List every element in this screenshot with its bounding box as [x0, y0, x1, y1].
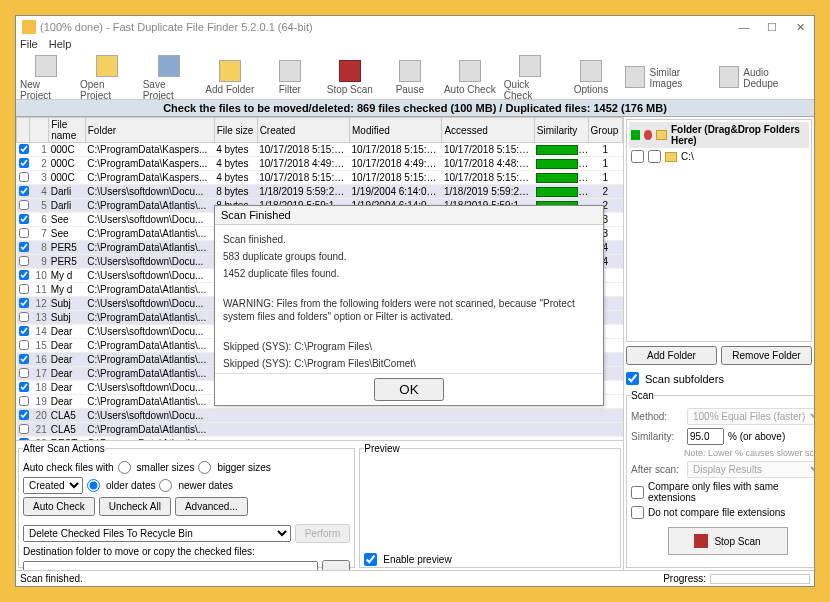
- row-checkbox[interactable]: [19, 242, 29, 252]
- similarity-input[interactable]: [687, 428, 724, 445]
- menubar: File Help: [16, 38, 814, 56]
- created-select[interactable]: Created: [23, 477, 83, 494]
- browse-button[interactable]: ...: [322, 560, 350, 570]
- perform-button[interactable]: Perform: [295, 524, 351, 543]
- minimize-button[interactable]: —: [736, 19, 752, 35]
- row-checkbox[interactable]: [19, 186, 29, 196]
- table-row[interactable]: 3000CC:\ProgramData\Kaspers...4 bytes10/…: [17, 171, 623, 185]
- row-checkbox[interactable]: [19, 438, 29, 441]
- table-row[interactable]: 4DarliC:\Users\softdown\Docu...8 bytes1/…: [17, 185, 623, 199]
- row-checkbox[interactable]: [19, 340, 29, 350]
- folder-row[interactable]: C:\: [629, 148, 809, 165]
- row-checkbox[interactable]: [19, 326, 29, 336]
- open-project-button[interactable]: Open Project: [80, 55, 135, 101]
- enable-preview-checkbox[interactable]: [364, 553, 377, 566]
- row-checkbox[interactable]: [19, 284, 29, 294]
- row-num: 12: [29, 297, 48, 311]
- remove-folder-button[interactable]: Remove Folder: [721, 346, 812, 365]
- maximize-button[interactable]: ☐: [764, 19, 780, 35]
- folder-include-checkbox[interactable]: [631, 150, 644, 163]
- filter-button[interactable]: Filter: [264, 60, 316, 95]
- table-row[interactable]: 1000CC:\ProgramData\Kaspers...4 bytes10/…: [17, 143, 623, 157]
- row-filename: Darli: [49, 199, 86, 213]
- exclude-icon: [644, 130, 653, 140]
- col-num[interactable]: [29, 118, 48, 143]
- row-checkbox[interactable]: [19, 200, 29, 210]
- new-project-button[interactable]: New Project: [20, 55, 72, 101]
- ignore-ext-checkbox[interactable]: [631, 506, 644, 519]
- save-project-button[interactable]: Save Project: [143, 55, 196, 101]
- col-created[interactable]: Created: [257, 118, 349, 143]
- add-folder-side-button[interactable]: Add Folder: [626, 346, 717, 365]
- col-folder[interactable]: Folder: [85, 118, 214, 143]
- folder-exclude-checkbox[interactable]: [648, 150, 661, 163]
- pause-button[interactable]: Pause: [384, 60, 436, 95]
- row-group: 1: [588, 143, 622, 157]
- uncheck-all-button[interactable]: Uncheck All: [99, 497, 171, 516]
- col-group[interactable]: Group: [588, 118, 622, 143]
- row-similarity: 100%: [534, 157, 588, 171]
- method-select[interactable]: 100% Equal Files (faster): [687, 408, 814, 425]
- row-checkbox[interactable]: [19, 368, 29, 378]
- row-checkbox[interactable]: [19, 396, 29, 406]
- row-folder: C:\ProgramData\Atlantis\...: [85, 437, 214, 441]
- row-checkbox[interactable]: [19, 158, 29, 168]
- stop-scan-button[interactable]: Stop Scan: [324, 60, 376, 95]
- row-modified: 1/19/2004 6:14:06...: [350, 185, 442, 199]
- table-row[interactable]: 22RESTC:\ProgramData\Atlantis\...: [17, 437, 623, 441]
- menu-help[interactable]: Help: [49, 38, 72, 50]
- col-filename[interactable]: File name: [49, 118, 86, 143]
- row-modified: 10/17/2018 5:15:4...: [350, 143, 442, 157]
- dest-folder-input[interactable]: [23, 561, 318, 570]
- newer-dates-radio[interactable]: [159, 479, 172, 492]
- row-num: 10: [29, 269, 48, 283]
- row-checkbox[interactable]: [19, 298, 29, 308]
- row-checkbox[interactable]: [19, 270, 29, 280]
- compare-ext-label: Compare only files with same extensions: [648, 481, 814, 503]
- smaller-sizes-radio[interactable]: [118, 461, 131, 474]
- auto-check-button[interactable]: Auto Check: [444, 60, 496, 95]
- after-scan-select[interactable]: Display Results: [687, 461, 814, 478]
- row-checkbox[interactable]: [19, 354, 29, 364]
- scan-subfolders-checkbox[interactable]: [626, 372, 639, 385]
- app-icon: [22, 20, 36, 34]
- table-row[interactable]: 2000CC:\ProgramData\Kaspers...4 bytes10/…: [17, 157, 623, 171]
- table-row[interactable]: 20CLA5C:\Users\softdown\Docu...: [17, 409, 623, 423]
- row-checkbox[interactable]: [19, 312, 29, 322]
- row-checkbox[interactable]: [19, 256, 29, 266]
- menu-file[interactable]: File: [20, 38, 38, 50]
- stop-scan-big-button[interactable]: Stop Scan: [668, 527, 788, 555]
- quick-check-button[interactable]: Quick Check: [504, 55, 557, 101]
- col-modified[interactable]: Modified: [350, 118, 442, 143]
- row-checkbox[interactable]: [19, 144, 29, 154]
- close-button[interactable]: ✕: [792, 19, 808, 35]
- col-accessed[interactable]: Accessed: [442, 118, 534, 143]
- advanced-button[interactable]: Advanced...: [175, 497, 248, 516]
- row-folder: C:\Users\softdown\Docu...: [85, 185, 214, 199]
- col-check[interactable]: [17, 118, 30, 143]
- bigger-sizes-radio[interactable]: [198, 461, 211, 474]
- stop-icon: [339, 60, 361, 82]
- older-dates-radio[interactable]: [87, 479, 100, 492]
- row-checkbox[interactable]: [19, 214, 29, 224]
- add-folder-button[interactable]: Add Folder: [204, 60, 256, 95]
- dialog-ok-button[interactable]: OK: [374, 378, 444, 401]
- compare-ext-checkbox[interactable]: [631, 486, 644, 499]
- col-similarity[interactable]: Similarity: [534, 118, 588, 143]
- similar-images-button[interactable]: Similar Images: [625, 66, 711, 90]
- row-filesize: 8 bytes: [214, 185, 257, 199]
- options-button[interactable]: Options: [565, 60, 617, 95]
- row-checkbox[interactable]: [19, 424, 29, 434]
- new-project-label: New Project: [20, 79, 72, 101]
- row-checkbox[interactable]: [19, 172, 29, 182]
- audio-dedupe-button[interactable]: Audio Dedupe: [719, 66, 802, 90]
- row-checkbox[interactable]: [19, 410, 29, 420]
- table-row[interactable]: 21CLA5C:\ProgramData\Atlantis\...: [17, 423, 623, 437]
- row-checkbox[interactable]: [19, 382, 29, 392]
- delete-action-select[interactable]: Delete Checked Files To Recycle Bin: [23, 525, 291, 542]
- row-group: 2: [588, 185, 622, 199]
- row-checkbox[interactable]: [19, 228, 29, 238]
- auto-check-action-button[interactable]: Auto Check: [23, 497, 95, 516]
- row-accessed: 10/17/2018 5:15:3...: [442, 171, 534, 185]
- col-filesize[interactable]: File size: [214, 118, 257, 143]
